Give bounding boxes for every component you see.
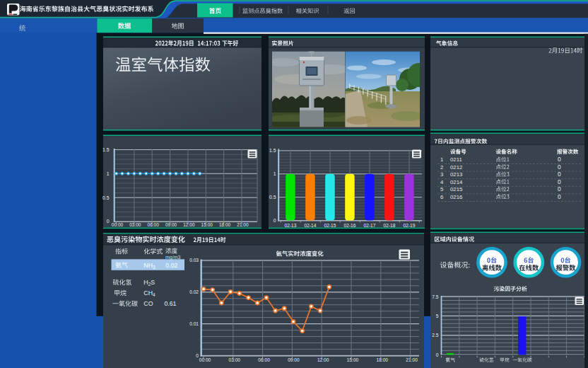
svg-text:0: 0 (274, 218, 276, 223)
svg-text:02-16: 02-16 (344, 223, 356, 228)
svg-text:0: 0 (558, 185, 561, 192)
svg-text:15:00: 15:00 (347, 357, 359, 362)
svg-text:12:00: 12:00 (317, 357, 329, 362)
svg-text:2.5: 2.5 (432, 333, 438, 338)
svg-text:0213: 0213 (450, 171, 462, 178)
svg-text:03:00: 03:00 (129, 222, 141, 227)
svg-text:02-19: 02-19 (404, 223, 416, 228)
svg-text:0: 0 (436, 352, 439, 357)
svg-text:0: 0 (558, 163, 561, 171)
svg-text:21:00: 21:00 (406, 357, 418, 362)
svg-text:5: 5 (436, 314, 439, 318)
svg-text:0: 0 (558, 171, 561, 178)
svg-text:0216: 0216 (450, 194, 462, 200)
svg-text:02-15: 02-15 (324, 223, 336, 228)
svg-text:0.03: 0.03 (189, 258, 199, 263)
svg-text:1.5: 1.5 (269, 148, 276, 153)
svg-text:09:00: 09:00 (165, 222, 177, 227)
svg-text:mg/m3: mg/m3 (165, 255, 181, 260)
svg-text:0.02: 0.02 (165, 262, 177, 269)
svg-text:0.5: 0.5 (269, 195, 276, 200)
svg-text:06:00: 06:00 (148, 222, 160, 227)
svg-text:0: 0 (196, 353, 199, 358)
svg-text:0: 0 (558, 193, 561, 200)
svg-text:21:00: 21:00 (237, 222, 249, 227)
svg-text:0: 0 (107, 219, 110, 224)
svg-text:1: 1 (274, 171, 276, 176)
svg-text:6: 6 (440, 194, 443, 200)
svg-text:06:00: 06:00 (258, 357, 270, 362)
svg-text:0: 0 (558, 156, 561, 163)
svg-text:0212: 0212 (450, 164, 462, 171)
svg-text:0.5: 0.5 (102, 195, 110, 200)
svg-text:0: 0 (558, 178, 561, 185)
svg-text:1.5: 1.5 (102, 147, 110, 152)
svg-text:2: 2 (440, 164, 443, 171)
svg-text:1: 1 (440, 156, 443, 163)
svg-text:15:00: 15:00 (201, 222, 213, 227)
svg-text:09:00: 09:00 (288, 357, 300, 362)
svg-text:0.02: 0.02 (189, 289, 199, 294)
svg-text:00:00: 00:00 (199, 357, 211, 362)
svg-text:0.01: 0.01 (189, 321, 199, 326)
svg-text:02-17: 02-17 (364, 223, 376, 228)
svg-text:CO: CO (143, 300, 153, 307)
svg-text:18:00: 18:00 (377, 357, 389, 362)
svg-text:7.5: 7.5 (432, 294, 438, 299)
svg-text:18:00: 18:00 (219, 222, 231, 227)
svg-text:1: 1 (107, 171, 110, 176)
svg-text:5: 5 (440, 186, 444, 192)
svg-text:02-13: 02-13 (285, 223, 297, 228)
svg-text:0215: 0215 (450, 186, 463, 192)
svg-text:4: 4 (440, 179, 444, 185)
svg-text:0.61: 0.61 (164, 300, 176, 307)
svg-text:02-14: 02-14 (305, 223, 317, 228)
svg-text:02-18: 02-18 (384, 223, 396, 228)
svg-text:0214: 0214 (450, 179, 463, 185)
svg-text:12:00: 12:00 (183, 222, 195, 227)
svg-text:03:00: 03:00 (229, 357, 241, 362)
svg-text:3: 3 (440, 171, 443, 178)
svg-text:0211: 0211 (450, 156, 462, 163)
svg-text:00:00: 00:00 (112, 222, 124, 227)
